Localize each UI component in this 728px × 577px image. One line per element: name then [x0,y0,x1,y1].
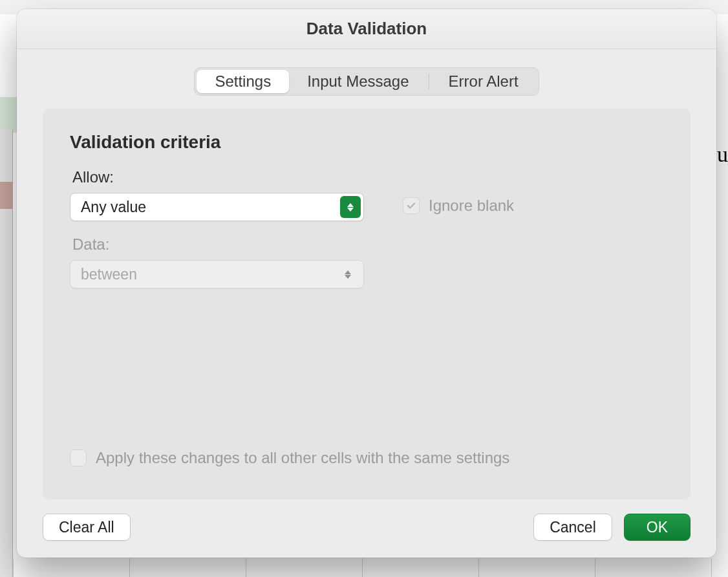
allow-select[interactable]: Any value [70,193,364,221]
criteria-row: Allow: Any value Data: between [70,168,663,288]
dialog-titlebar: Data Validation [17,9,716,49]
tab-bar: Settings Input Message Error Alert [194,67,539,96]
ignore-blank-checkbox [403,197,420,214]
chevron-down-icon [345,275,351,279]
settings-panel: Validation criteria Allow: Any value Dat… [43,109,691,499]
section-title: Validation criteria [70,132,663,153]
cancel-button[interactable]: Cancel [533,514,612,541]
select-stepper-icon [337,263,358,285]
data-select: between [70,260,364,288]
chevron-up-icon [345,270,351,274]
allow-value: Any value [81,199,146,216]
check-icon [406,201,416,211]
ignore-blank-row: Ignore blank [403,197,514,215]
row-header-selected [0,182,13,209]
tab-input-message[interactable]: Input Message [289,70,427,93]
data-value: between [81,266,137,283]
tab-settings[interactable]: Settings [197,70,289,93]
ok-button[interactable]: OK [624,514,691,541]
apply-all-label: Apply these changes to all other cells w… [96,449,509,467]
tab-label: Settings [215,72,271,91]
allow-label: Allow: [72,168,364,186]
dialog-title: Data Validation [306,19,427,39]
tab-error-alert[interactable]: Error Alert [431,70,537,93]
tabs-container: Settings Input Message Error Alert [17,49,716,96]
sheet-gridlines [13,558,728,577]
dialog-footer: Clear All Cancel OK [17,499,716,558]
select-stepper-icon [340,196,361,218]
clear-all-button[interactable]: Clear All [43,514,131,541]
data-validation-dialog: Data Validation Settings Input Message E… [17,9,716,558]
tab-label: Input Message [307,72,409,91]
tab-label: Error Alert [449,72,519,91]
chevron-up-icon [347,203,354,207]
ignore-blank-label: Ignore blank [429,197,514,215]
data-label: Data: [72,235,364,254]
apply-all-checkbox [70,450,87,466]
tab-separator [429,74,429,89]
chevron-down-icon [347,208,354,212]
apply-all-row: Apply these changes to all other cells w… [70,449,663,467]
allow-field: Allow: Any value Data: between [70,168,364,288]
cropped-text-right: u [717,142,728,167]
